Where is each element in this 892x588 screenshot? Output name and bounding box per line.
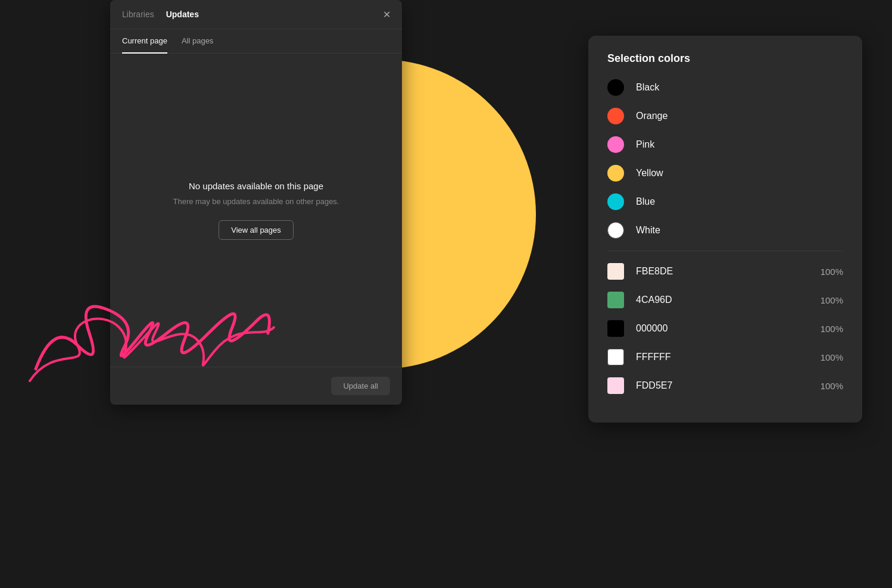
color-name: Yellow <box>636 168 843 179</box>
colors-panel: Selection colors Black Orange Pink Yello… <box>588 36 862 423</box>
color-hex-item[interactable]: FDD5E7 100% <box>607 377 843 394</box>
color-swatch-square <box>607 377 624 394</box>
color-hex-name: FBE8DE <box>636 266 821 277</box>
color-hex-item[interactable]: 4CA96D 100% <box>607 292 843 308</box>
color-hex-item[interactable]: 000000 100% <box>607 320 843 337</box>
panel-footer: Update all <box>110 367 402 405</box>
color-opacity: 100% <box>821 295 843 305</box>
color-hex-name: 4CA96D <box>636 295 821 305</box>
color-item[interactable]: Black <box>607 79 843 96</box>
color-hex-name: FDD5E7 <box>636 380 821 391</box>
color-swatch <box>607 136 624 153</box>
panel-body: No updates available on this page There … <box>110 54 402 367</box>
color-opacity: 100% <box>821 324 843 334</box>
color-swatch-square <box>607 292 624 308</box>
color-name: Orange <box>636 111 843 121</box>
color-hex-item[interactable]: FBE8DE 100% <box>607 263 843 280</box>
updates-panel: Libraries Updates ✕ Current page All pag… <box>110 0 402 405</box>
color-hex-item[interactable]: FFFFFF 100% <box>607 349 843 365</box>
panel-header: Libraries Updates ✕ <box>110 0 402 29</box>
update-all-button[interactable]: Update all <box>331 377 390 395</box>
color-item[interactable]: Pink <box>607 136 843 153</box>
divider <box>607 251 843 251</box>
tab-all-pages[interactable]: All pages <box>182 29 213 54</box>
color-item[interactable]: Yellow <box>607 165 843 182</box>
color-swatch <box>607 222 624 239</box>
color-swatch <box>607 193 624 210</box>
color-swatch-square <box>607 320 624 337</box>
color-item[interactable]: Blue <box>607 193 843 210</box>
colors-panel-title: Selection colors <box>607 52 843 65</box>
tab-libraries[interactable]: Libraries <box>122 10 154 19</box>
color-name: Blue <box>636 196 843 207</box>
color-swatch <box>607 79 624 96</box>
color-opacity: 100% <box>821 352 843 362</box>
close-button[interactable]: ✕ <box>380 8 392 20</box>
view-all-pages-button[interactable]: View all pages <box>219 220 294 240</box>
color-swatch <box>607 165 624 182</box>
color-hex-name: 000000 <box>636 323 821 334</box>
no-updates-title: No updates available on this page <box>189 181 323 191</box>
color-opacity: 100% <box>821 267 843 277</box>
color-name: White <box>636 225 843 236</box>
color-item[interactable]: White <box>607 222 843 239</box>
color-swatch <box>607 108 624 124</box>
color-swatch-square <box>607 263 624 280</box>
color-opacity: 100% <box>821 381 843 391</box>
close-icon: ✕ <box>383 9 391 20</box>
color-item[interactable]: Orange <box>607 108 843 124</box>
color-swatch-square <box>607 349 624 365</box>
no-updates-subtitle: There may be updates available on other … <box>173 197 339 206</box>
color-name: Pink <box>636 139 843 150</box>
tab-updates[interactable]: Updates <box>166 10 199 19</box>
colors-list: Black Orange Pink Yellow Blue White FBE8… <box>607 79 843 394</box>
color-name: Black <box>636 82 843 93</box>
tab-current-page[interactable]: Current page <box>122 29 167 54</box>
color-hex-name: FFFFFF <box>636 352 821 362</box>
tabs-bar: Current page All pages <box>110 29 402 54</box>
